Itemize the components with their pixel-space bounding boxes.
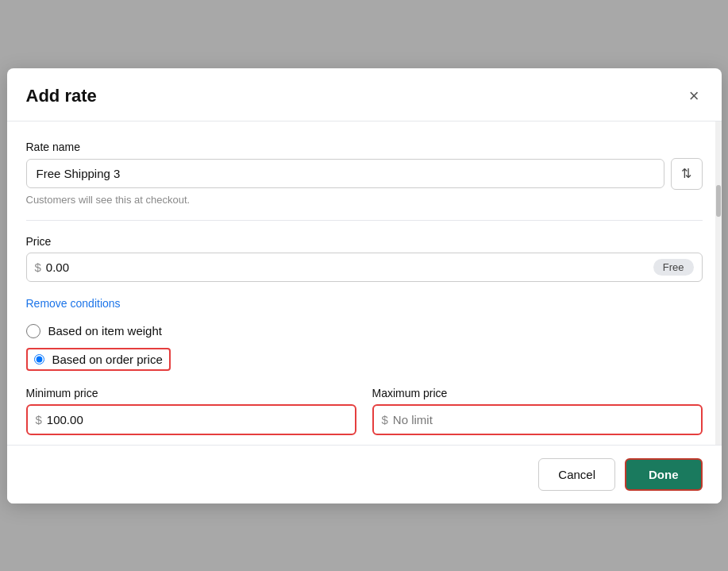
radio-price-label: Based on order price (52, 353, 163, 366)
remove-conditions-link[interactable]: Remove conditions (26, 297, 121, 310)
price-input[interactable] (46, 253, 649, 281)
min-price-prefix: $ (36, 413, 42, 426)
divider-1 (26, 220, 703, 221)
radio-item-price-box[interactable]: Based on order price (26, 348, 171, 371)
modal-body-wrapper: Rate name ⇅ Customers will see this at c… (7, 122, 722, 445)
price-label: Price (26, 235, 703, 248)
radio-weight-label: Based on item weight (48, 324, 162, 338)
rate-name-helper: Customers will see this at checkout. (26, 194, 703, 206)
max-price-input[interactable] (393, 406, 693, 434)
min-price-label: Minimum price (26, 387, 356, 399)
price-input-row: $ Free (26, 253, 703, 282)
max-price-prefix: $ (382, 413, 388, 426)
radio-item-weight[interactable]: Based on item weight (26, 324, 703, 338)
modal-overlay: Add rate × Rate name ⇅ Customers will se… (0, 0, 728, 571)
max-price-wrapper: $ (372, 404, 703, 435)
scrollbar-thumb (716, 185, 721, 217)
close-button[interactable]: × (686, 84, 703, 108)
min-price-input[interactable] (47, 406, 347, 434)
rate-name-stepper[interactable]: ⇅ (671, 158, 703, 190)
scrollbar-track (715, 122, 722, 445)
done-button[interactable]: Done (625, 458, 703, 491)
price-input-wrapper: $ Free (26, 253, 703, 282)
modal-body: Rate name ⇅ Customers will see this at c… (7, 122, 722, 445)
rate-name-group: Rate name ⇅ Customers will see this at c… (26, 141, 703, 206)
modal-title: Add rate (26, 86, 97, 106)
price-group: Price $ Free (26, 235, 703, 282)
price-prefix: $ (35, 260, 41, 274)
free-badge: Free (653, 259, 694, 276)
min-price-wrapper: $ (26, 404, 356, 435)
min-price-col: Minimum price $ (26, 387, 356, 435)
max-price-label: Maximum price (372, 387, 703, 399)
max-price-col: Maximum price $ (372, 387, 703, 435)
rate-name-input[interactable] (26, 159, 664, 188)
modal-header: Add rate × (7, 68, 722, 122)
radio-weight[interactable] (26, 324, 40, 338)
modal-dialog: Add rate × Rate name ⇅ Customers will se… (7, 68, 722, 503)
rate-name-input-row: ⇅ (26, 158, 703, 190)
radio-group: Based on item weight Based on order pric… (26, 324, 703, 371)
radio-price[interactable] (34, 354, 44, 365)
rate-name-label: Rate name (26, 141, 703, 153)
price-fields-row: Minimum price $ Maximum price $ (26, 387, 703, 435)
modal-footer: Cancel Done (7, 445, 722, 503)
cancel-button[interactable]: Cancel (538, 458, 615, 491)
